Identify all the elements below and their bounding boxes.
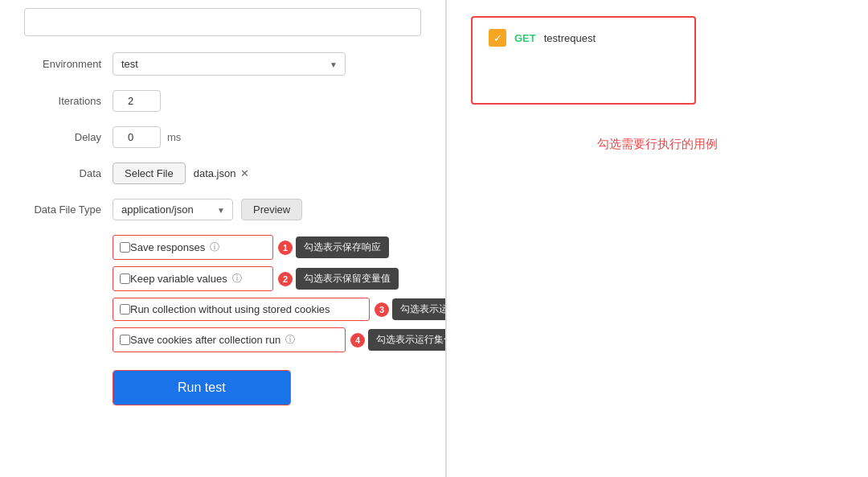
environment-row: Environment testproductiondevelopment ▼ xyxy=(24,52,421,76)
request-row: ✓ GET testrequest xyxy=(489,29,678,47)
annotation-tooltip-2: 勾选表示保留变量值 xyxy=(296,268,399,290)
save-cookies-checkbox-block: Save cookies after collection run ⓘ xyxy=(113,327,346,352)
annotation-number-4: 4 xyxy=(350,333,365,347)
iterations-label: Iterations xyxy=(24,95,113,107)
iterations-control xyxy=(113,90,421,112)
save-responses-checkbox[interactable] xyxy=(120,242,130,253)
save-responses-label: Save responses xyxy=(130,241,205,253)
option-save-cookies: Save cookies after collection run ⓘ 4 勾选… xyxy=(113,327,421,352)
data-file-type-select-wrapper: application/jsontext/csv ▼ xyxy=(113,199,233,220)
iterations-input[interactable] xyxy=(113,90,161,112)
file-name: data.json xyxy=(194,167,236,179)
environment-control: testproductiondevelopment ▼ xyxy=(113,52,421,76)
iterations-row: Iterations xyxy=(24,90,421,112)
info-icon-save-responses[interactable]: ⓘ xyxy=(210,241,219,254)
close-icon[interactable]: ✕ xyxy=(240,167,249,179)
request-box: ✓ GET testrequest xyxy=(471,16,696,105)
option-save-responses: Save responses ⓘ 1 勾选表示保存响应 xyxy=(113,235,421,260)
option-run-no-cookies: Run collection without using stored cook… xyxy=(113,298,421,321)
delay-control: ms xyxy=(113,126,421,148)
data-file-type-row: Data File Type application/jsontext/csv … xyxy=(24,199,421,220)
annotation-tooltip-3: 勾选表示运行集合使用已有cookies xyxy=(392,298,446,320)
keep-variable-annotation: 2 勾选表示保留变量值 xyxy=(278,268,399,290)
save-cookies-label: Save cookies after collection run xyxy=(130,334,280,346)
checkbox-options-section: Save responses ⓘ 1 勾选表示保存响应 Keep variabl… xyxy=(113,235,421,352)
run-no-cookies-checkbox[interactable] xyxy=(120,304,130,315)
run-no-cookies-annotation: 3 勾选表示运行集合使用已有cookies xyxy=(375,298,446,320)
save-cookies-checkbox[interactable] xyxy=(120,335,130,345)
annotation-number-1: 1 xyxy=(278,241,293,255)
right-annotation: 勾选需要行执行的用例 xyxy=(471,137,844,152)
delay-unit: ms xyxy=(167,131,181,143)
delay-row: Delay ms xyxy=(24,126,421,148)
annotation-tooltip-1: 勾选表示保存响应 xyxy=(296,236,389,258)
environment-select-wrapper: testproductiondevelopment ▼ xyxy=(113,52,346,76)
environment-label: Environment xyxy=(24,58,113,70)
info-icon-save-cookies[interactable]: ⓘ xyxy=(285,333,295,347)
method-badge: GET xyxy=(514,32,536,44)
save-responses-annotation: 1 勾选表示保存响应 xyxy=(278,236,389,258)
environment-select[interactable]: testproductiondevelopment xyxy=(113,52,346,76)
save-responses-checkbox-block: Save responses ⓘ xyxy=(113,235,273,260)
info-icon-keep-variable[interactable]: ⓘ xyxy=(232,272,242,286)
annotation-tooltip-4: 勾选表示运行集合后保存cookies xyxy=(368,329,446,351)
data-file-type-label: Data File Type xyxy=(24,204,113,216)
keep-variable-label: Keep variable values xyxy=(130,273,227,285)
delay-input[interactable] xyxy=(113,126,161,148)
option-keep-variable: Keep variable values ⓘ 2 勾选表示保留变量值 xyxy=(113,266,421,291)
select-file-button[interactable]: Select File xyxy=(113,162,186,184)
run-no-cookies-checkbox-block: Run collection without using stored cook… xyxy=(113,298,370,321)
keep-variable-checkbox-block: Keep variable values ⓘ xyxy=(113,266,273,291)
run-no-cookies-label: Run collection without using stored cook… xyxy=(130,303,330,315)
request-name: testrequest xyxy=(544,32,596,44)
keep-variable-checkbox[interactable] xyxy=(120,273,130,284)
data-control: Select File data.json ✕ xyxy=(113,162,421,184)
check-orange-icon[interactable]: ✓ xyxy=(489,29,506,47)
delay-label: Delay xyxy=(24,131,113,143)
data-label: Data xyxy=(24,167,113,179)
run-test-wrapper: Run test xyxy=(113,370,291,405)
top-input-area xyxy=(24,8,421,36)
data-row: Data Select File data.json ✕ xyxy=(24,162,421,184)
left-panel: Environment testproductiondevelopment ▼ … xyxy=(0,0,446,477)
annotation-number-3: 3 xyxy=(375,302,389,317)
right-panel: ✓ GET testrequest 勾选需要行执行的用例 xyxy=(447,0,868,477)
annotation-number-2: 2 xyxy=(278,272,293,286)
save-cookies-annotation: 4 勾选表示运行集合后保存cookies xyxy=(350,329,446,351)
preview-button[interactable]: Preview xyxy=(241,199,302,220)
run-test-button[interactable]: Run test xyxy=(113,371,290,405)
data-file-type-select[interactable]: application/jsontext/csv xyxy=(113,199,233,220)
